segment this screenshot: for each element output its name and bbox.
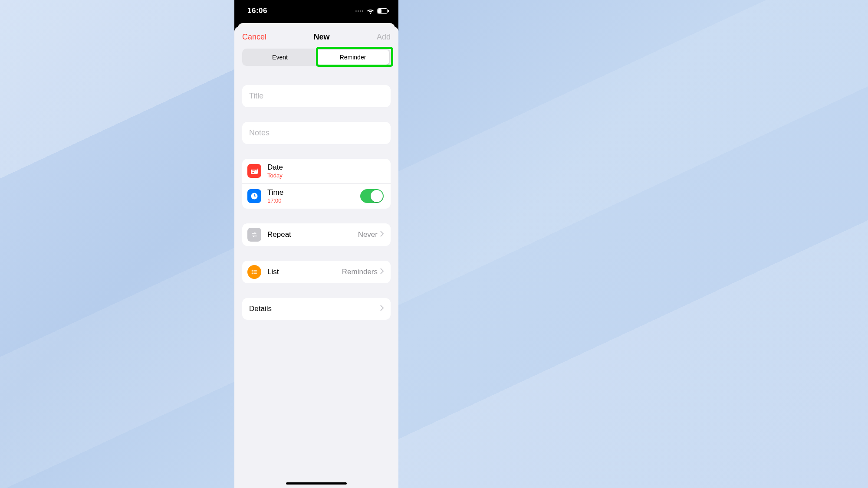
home-indicator[interactable] bbox=[286, 482, 347, 485]
svg-rect-7 bbox=[254, 170, 255, 171]
notes-cell[interactable] bbox=[242, 122, 391, 144]
page-title: New bbox=[313, 33, 329, 42]
cancel-button[interactable]: Cancel bbox=[242, 33, 266, 42]
list-label: List bbox=[267, 268, 342, 276]
list-row[interactable]: List Reminders bbox=[242, 261, 391, 283]
form-content: Date Today Time 17:00 bbox=[234, 66, 398, 320]
repeat-row[interactable]: Repeat Never bbox=[242, 223, 391, 246]
list-card: List Reminders bbox=[242, 261, 391, 283]
details-row[interactable]: Details bbox=[242, 298, 391, 320]
chevron-right-icon bbox=[380, 231, 384, 239]
svg-point-14 bbox=[252, 272, 253, 273]
time-toggle[interactable] bbox=[360, 189, 384, 203]
add-button[interactable]: Add bbox=[377, 33, 391, 42]
svg-rect-5 bbox=[252, 170, 253, 171]
segmented-control: Event Reminder bbox=[242, 49, 391, 66]
status-time: 16:06 bbox=[247, 7, 267, 15]
svg-rect-1 bbox=[378, 9, 381, 13]
repeat-label: Repeat bbox=[267, 230, 358, 239]
list-icon bbox=[247, 265, 261, 279]
clock-icon bbox=[247, 189, 261, 203]
chevron-right-icon bbox=[380, 268, 384, 276]
status-right: •••• bbox=[355, 8, 389, 14]
phone-frame: 16:06 •••• Cancel New Add Event Reminder bbox=[234, 0, 398, 488]
chevron-right-icon bbox=[380, 305, 384, 313]
time-row[interactable]: Time 17:00 bbox=[242, 183, 391, 209]
title-card bbox=[242, 85, 391, 107]
details-card: Details bbox=[242, 298, 391, 320]
date-time-card: Date Today Time 17:00 bbox=[242, 159, 391, 209]
time-text: Time 17:00 bbox=[267, 188, 360, 204]
date-label: Date bbox=[267, 163, 384, 172]
repeat-text: Repeat bbox=[267, 230, 358, 239]
segment-event[interactable]: Event bbox=[243, 50, 316, 65]
navbar: Cancel New Add bbox=[234, 26, 398, 47]
details-label: Details bbox=[249, 305, 380, 313]
svg-point-16 bbox=[252, 273, 253, 275]
svg-rect-2 bbox=[388, 10, 389, 12]
notes-card bbox=[242, 122, 391, 144]
list-text: List bbox=[267, 268, 342, 276]
wifi-icon bbox=[367, 8, 374, 14]
svg-rect-8 bbox=[256, 170, 256, 171]
svg-rect-13 bbox=[253, 270, 257, 271]
calendar-icon bbox=[247, 164, 261, 178]
title-input[interactable] bbox=[249, 92, 384, 101]
date-value: Today bbox=[267, 172, 384, 179]
svg-rect-9 bbox=[252, 172, 253, 173]
time-label: Time bbox=[267, 188, 360, 197]
segment-reminder[interactable]: Reminder bbox=[316, 50, 389, 65]
svg-rect-10 bbox=[253, 172, 254, 173]
modal-sheet: Cancel New Add Event Reminder bbox=[234, 26, 398, 488]
cellular-dots-icon: •••• bbox=[355, 8, 364, 13]
repeat-card: Repeat Never bbox=[242, 223, 391, 246]
svg-rect-6 bbox=[253, 170, 254, 171]
repeat-icon bbox=[247, 228, 261, 242]
svg-rect-15 bbox=[253, 272, 257, 272]
svg-rect-17 bbox=[253, 273, 257, 274]
date-row[interactable]: Date Today bbox=[242, 159, 391, 183]
repeat-value: Never bbox=[358, 230, 378, 239]
time-value: 17:00 bbox=[267, 197, 360, 204]
svg-point-12 bbox=[252, 270, 253, 271]
status-bar: 16:06 •••• bbox=[234, 0, 398, 22]
svg-rect-4 bbox=[251, 168, 258, 170]
list-value: Reminders bbox=[342, 268, 378, 276]
notes-input[interactable] bbox=[249, 128, 384, 138]
battery-icon bbox=[377, 8, 389, 14]
date-text: Date Today bbox=[267, 163, 384, 179]
title-cell[interactable] bbox=[242, 85, 391, 107]
